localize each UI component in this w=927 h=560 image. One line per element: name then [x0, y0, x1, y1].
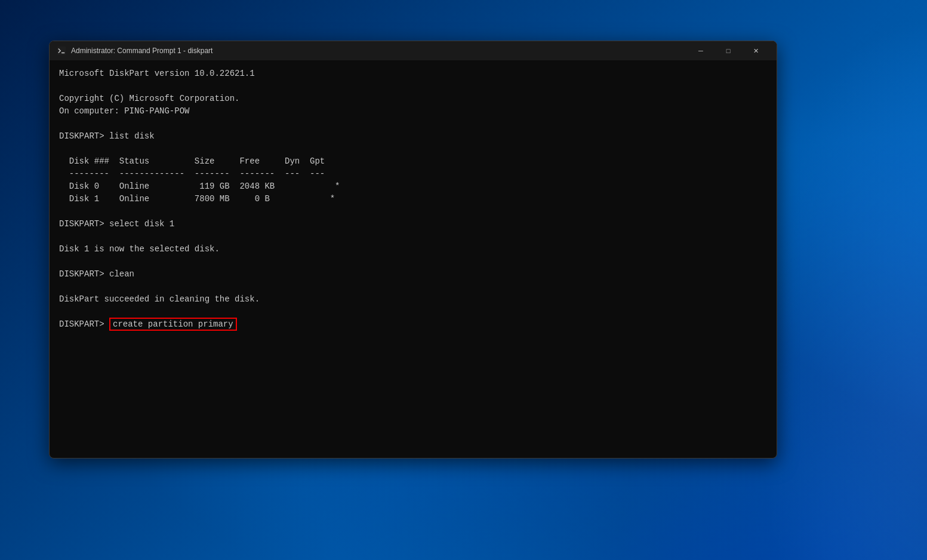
window-controls: ─ □ ✕ [687, 41, 769, 60]
titlebar: Administrator: Command Prompt 1 - diskpa… [50, 41, 777, 60]
line-clean-cmd: DISKPART> clean [59, 269, 134, 279]
line-select-cmd: DISKPART> select disk 1 [59, 219, 174, 229]
maximize-button[interactable]: □ [715, 41, 742, 60]
window-title: Administrator: Command Prompt 1 - diskpa… [71, 47, 687, 55]
minimize-button[interactable]: ─ [687, 41, 715, 60]
cmd-window: Administrator: Command Prompt 1 - diskpa… [49, 41, 777, 459]
svg-rect-0 [57, 47, 66, 55]
line-list-cmd: DISKPART> list disk [59, 131, 155, 141]
close-button[interactable]: ✕ [742, 41, 769, 60]
line-copyright: Copyright (C) Microsoft Corporation. [59, 94, 239, 103]
line-disk0: Disk 0 Online 119 GB 2048 KB * [59, 181, 340, 191]
terminal-output: Microsoft DiskPart version 10.0.22621.1 … [59, 67, 767, 368]
line-table-sep: -------- ------------- ------- ------- -… [59, 169, 325, 179]
line-select-result: Disk 1 is now the selected disk. [59, 244, 220, 254]
terminal-body[interactable]: Microsoft DiskPart version 10.0.22621.1 … [50, 60, 777, 458]
line-computer: On computer: PING-PANG-POW [59, 106, 189, 116]
line-disk1: Disk 1 Online 7800 MB 0 B * [59, 194, 335, 204]
cmd-icon [57, 46, 66, 56]
line-clean-result: DiskPart succeeded in cleaning the disk. [59, 294, 260, 304]
line-create-prefix: DISKPART> [59, 319, 109, 329]
line-table-header: Disk ### Status Size Free Dyn Gpt [59, 156, 325, 166]
line-version: Microsoft DiskPart version 10.0.22621.1 [59, 69, 255, 78]
highlighted-command: create partition primary [109, 318, 237, 331]
